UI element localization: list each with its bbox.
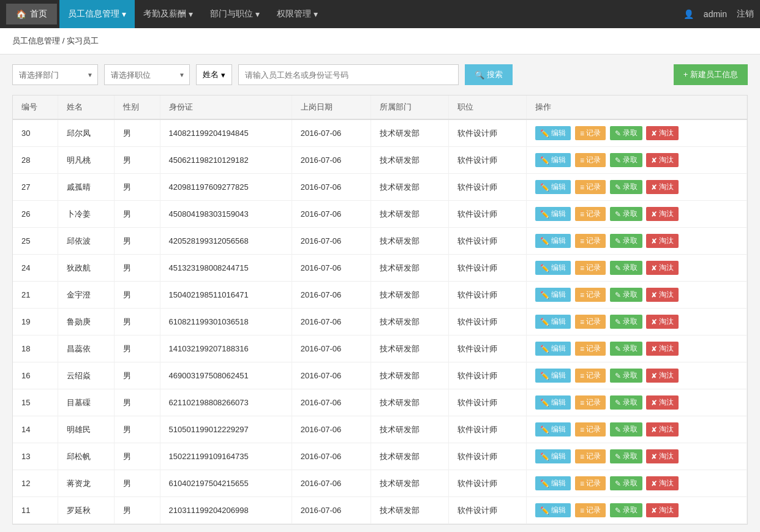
- hire-button[interactable]: ✎ 录取: [610, 207, 642, 221]
- edit-button[interactable]: ✏️ 编辑: [535, 180, 571, 194]
- hire-button[interactable]: ✎ 录取: [610, 395, 642, 410]
- record-button[interactable]: ≡ 记录: [575, 503, 606, 517]
- dept-select-wrapper: 请选择部门: [12, 64, 98, 85]
- eliminate-button[interactable]: ✘ 淘汰: [646, 234, 679, 248]
- table-header-row: 编号 姓名 性别 身份证 上岗日期 所属部门 职位 操作: [13, 96, 747, 119]
- hire-button[interactable]: ✎ 录取: [610, 180, 642, 194]
- eliminate-button[interactable]: ✘ 淘汰: [646, 342, 679, 356]
- hire-label: 录取: [623, 397, 638, 408]
- cell-id: 28: [13, 147, 58, 174]
- nav-department-position[interactable]: 部门与职位 ▾: [201, 0, 268, 28]
- cell-gender: 男: [115, 255, 160, 282]
- cell-actions: ✏️ 编辑 ≡ 记录 ✎ 录取 ✘ 淘汰: [527, 174, 747, 201]
- hire-button[interactable]: ✎ 录取: [610, 288, 642, 302]
- nav-employee-management[interactable]: 员工信息管理 ▾: [59, 0, 135, 28]
- record-button[interactable]: ≡ 记录: [575, 449, 606, 463]
- edit-button[interactable]: ✏️ 编辑: [535, 342, 571, 356]
- eliminate-button[interactable]: ✘ 淘汰: [646, 422, 679, 436]
- cell-dept: 技术研发部: [371, 255, 449, 282]
- eliminate-button[interactable]: ✘ 淘汰: [646, 395, 679, 410]
- name-filter-button[interactable]: 姓名 ▾: [196, 64, 232, 85]
- search-input[interactable]: [238, 64, 459, 85]
- cell-name: 邱尔凤: [58, 119, 115, 147]
- admin-label[interactable]: admin: [704, 9, 727, 19]
- logout-link[interactable]: 注销: [737, 9, 754, 20]
- eliminate-label: 淘汰: [659, 370, 674, 381]
- hire-button[interactable]: ✎ 录取: [610, 369, 642, 383]
- search-btn-label: 搜索: [487, 69, 503, 80]
- eliminate-label: 淘汰: [659, 236, 674, 246]
- hire-button[interactable]: ✎ 录取: [610, 315, 642, 329]
- cell-actions: ✏️ 编辑 ≡ 记录 ✎ 录取 ✘ 淘汰: [527, 416, 747, 443]
- hire-button[interactable]: ✎ 录取: [610, 126, 642, 140]
- brand-label: 首页: [30, 9, 47, 20]
- record-button[interactable]: ≡ 记录: [575, 315, 606, 329]
- record-label: 记录: [586, 505, 601, 515]
- eliminate-label: 淘汰: [659, 478, 674, 489]
- eliminate-button[interactable]: ✘ 淘汰: [646, 369, 679, 383]
- eliminate-label: 淘汰: [659, 290, 674, 300]
- eliminate-button[interactable]: ✘ 淘汰: [646, 126, 679, 140]
- eliminate-button[interactable]: ✘ 淘汰: [646, 153, 679, 167]
- dept-select[interactable]: 请选择部门: [12, 64, 98, 85]
- edit-button[interactable]: ✏️ 编辑: [535, 207, 571, 221]
- eliminate-icon: ✘: [651, 129, 657, 138]
- cell-id: 13: [13, 443, 58, 470]
- eliminate-button[interactable]: ✘ 淘汰: [646, 207, 679, 221]
- edit-button[interactable]: ✏️ 编辑: [535, 288, 571, 302]
- eliminate-button[interactable]: ✘ 淘汰: [646, 180, 679, 194]
- eliminate-icon: ✘: [651, 264, 657, 272]
- eliminate-button[interactable]: ✘ 淘汰: [646, 449, 679, 463]
- edit-button[interactable]: ✏️ 编辑: [535, 369, 571, 383]
- eliminate-button[interactable]: ✘ 淘汰: [646, 315, 679, 329]
- hire-button[interactable]: ✎ 录取: [610, 153, 642, 167]
- record-button[interactable]: ≡ 记录: [575, 395, 606, 410]
- eliminate-button[interactable]: ✘ 淘汰: [646, 503, 679, 517]
- breadcrumb-parent[interactable]: 员工信息管理: [12, 36, 60, 45]
- record-button[interactable]: ≡ 记录: [575, 369, 606, 383]
- new-employee-button[interactable]: + 新建员工信息: [674, 64, 748, 85]
- record-button[interactable]: ≡ 记录: [575, 207, 606, 221]
- hire-button[interactable]: ✎ 录取: [610, 449, 642, 463]
- edit-button[interactable]: ✏️ 编辑: [535, 261, 571, 275]
- position-select[interactable]: 请选择职位: [104, 64, 190, 85]
- navbar-brand[interactable]: 🏠 首页: [6, 4, 57, 24]
- edit-label: 编辑: [551, 424, 566, 435]
- record-button[interactable]: ≡ 记录: [575, 342, 606, 356]
- record-button[interactable]: ≡ 记录: [575, 288, 606, 302]
- edit-button[interactable]: ✏️ 编辑: [535, 503, 571, 517]
- record-button[interactable]: ≡ 记录: [575, 126, 606, 140]
- edit-button[interactable]: ✏️ 编辑: [535, 395, 571, 410]
- record-button[interactable]: ≡ 记录: [575, 422, 606, 436]
- hire-button[interactable]: ✎ 录取: [610, 476, 642, 490]
- eliminate-button[interactable]: ✘ 淘汰: [646, 261, 679, 275]
- edit-button[interactable]: ✏️ 编辑: [535, 153, 571, 167]
- edit-button[interactable]: ✏️ 编辑: [535, 476, 571, 490]
- edit-label: 编辑: [551, 236, 566, 246]
- record-button[interactable]: ≡ 记录: [575, 180, 606, 194]
- record-button[interactable]: ≡ 记录: [575, 476, 606, 490]
- hire-icon: ✎: [615, 156, 621, 165]
- nav-permissions[interactable]: 权限管理 ▾: [268, 0, 326, 28]
- hire-button[interactable]: ✎ 录取: [610, 234, 642, 248]
- hire-button[interactable]: ✎ 录取: [610, 342, 642, 356]
- record-label: 记录: [586, 478, 601, 489]
- eliminate-button[interactable]: ✘ 淘汰: [646, 476, 679, 490]
- record-button[interactable]: ≡ 记录: [575, 234, 606, 248]
- record-icon: ≡: [580, 183, 584, 192]
- nav-attendance-salary[interactable]: 考勤及薪酬 ▾: [135, 0, 201, 28]
- hire-button[interactable]: ✎ 录取: [610, 503, 642, 517]
- record-button[interactable]: ≡ 记录: [575, 261, 606, 275]
- edit-button[interactable]: ✏️ 编辑: [535, 315, 571, 329]
- hire-button[interactable]: ✎ 录取: [610, 422, 642, 436]
- record-button[interactable]: ≡ 记录: [575, 153, 606, 167]
- search-button[interactable]: 🔍 搜索: [465, 64, 513, 85]
- edit-button[interactable]: ✏️ 编辑: [535, 449, 571, 463]
- cell-name: 明雄民: [58, 416, 115, 443]
- edit-button[interactable]: ✏️ 编辑: [535, 126, 571, 140]
- edit-button[interactable]: ✏️ 编辑: [535, 234, 571, 248]
- hire-button[interactable]: ✎ 录取: [610, 261, 642, 275]
- cell-date: 2016-07-06: [292, 335, 371, 362]
- edit-button[interactable]: ✏️ 编辑: [535, 422, 571, 436]
- eliminate-button[interactable]: ✘ 淘汰: [646, 288, 679, 302]
